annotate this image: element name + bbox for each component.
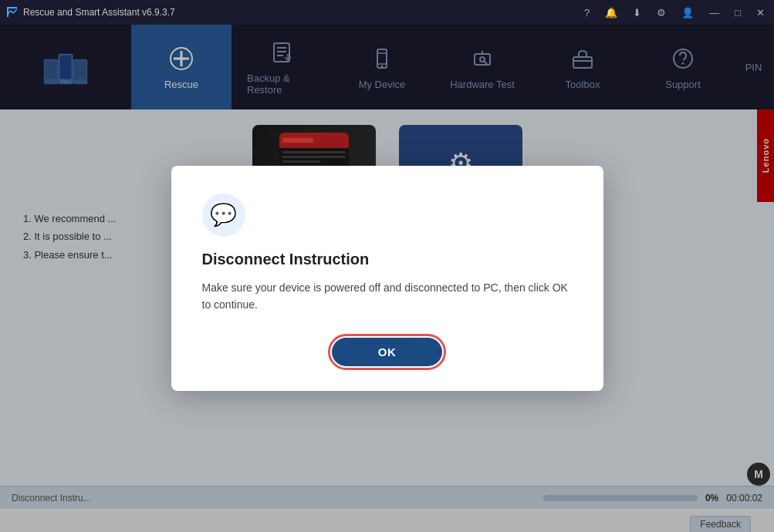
- modal-chat-icon: 💬: [210, 202, 237, 227]
- close-button[interactable]: ✕: [753, 5, 768, 20]
- maximize-button[interactable]: □: [732, 5, 744, 20]
- modal-title: Disconnect Instruction: [202, 251, 573, 268]
- minimize-button[interactable]: —: [706, 5, 722, 20]
- settings-button[interactable]: ⚙: [654, 5, 669, 20]
- notification-button[interactable]: 🔔: [602, 5, 620, 20]
- modal-body: Make sure your device is powered off and…: [202, 279, 573, 314]
- title-bar-left: Rescue and Smart Assistant v6.9.3.7: [6, 6, 175, 19]
- modal-overlay: 💬 Disconnect Instruction Make sure your …: [0, 25, 774, 532]
- download-button[interactable]: ⬇: [630, 5, 644, 20]
- modal-footer: OK: [202, 338, 573, 366]
- help-button[interactable]: ?: [581, 5, 593, 20]
- user-button[interactable]: 👤: [678, 5, 697, 20]
- modal-icon-wrap: 💬: [202, 194, 245, 237]
- disconnect-modal: 💬 Disconnect Instruction Make sure your …: [171, 166, 603, 392]
- app-icon: [6, 6, 19, 19]
- title-bar-controls: ? 🔔 ⬇ ⚙ 👤 — □ ✕: [581, 5, 768, 20]
- modal-ok-button[interactable]: OK: [332, 338, 443, 366]
- title-bar: Rescue and Smart Assistant v6.9.3.7 ? 🔔 …: [0, 0, 774, 25]
- app-title: Rescue and Smart Assistant v6.9.3.7: [23, 7, 175, 18]
